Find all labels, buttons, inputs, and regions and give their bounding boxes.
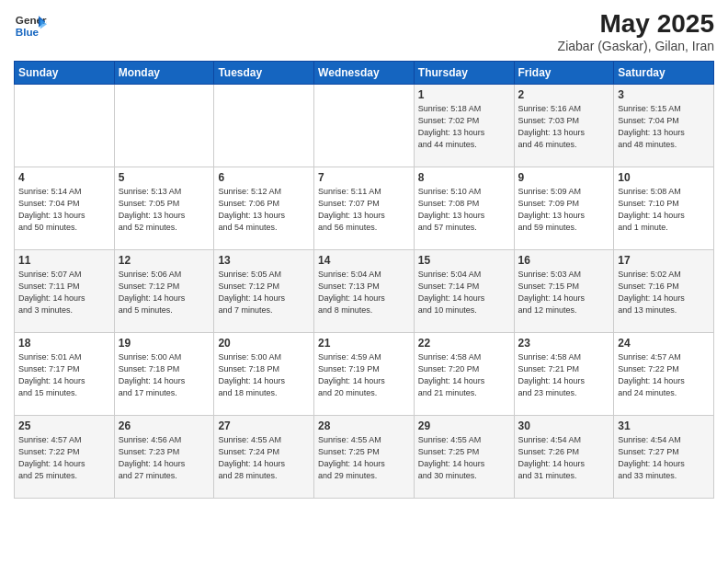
calendar-cell xyxy=(114,85,214,167)
day-info: Sunrise: 4:57 AM Sunset: 7:22 PM Dayligh… xyxy=(18,434,110,482)
month-title: May 2025 xyxy=(558,9,714,39)
day-number: 11 xyxy=(18,254,110,267)
day-info: Sunrise: 5:06 AM Sunset: 7:12 PM Dayligh… xyxy=(119,269,210,316)
day-number: 4 xyxy=(18,171,110,184)
calendar-cell xyxy=(314,85,415,167)
week-row-4: 18Sunrise: 5:01 AM Sunset: 7:17 PM Dayli… xyxy=(15,333,714,416)
day-info: Sunrise: 5:10 AM Sunset: 7:08 PM Dayligh… xyxy=(418,186,510,234)
title-block: May 2025 Ziabar (Gaskar), Gilan, Iran xyxy=(558,9,714,53)
day-number: 21 xyxy=(318,337,410,350)
day-number: 17 xyxy=(618,254,710,267)
day-info: Sunrise: 5:16 AM Sunset: 7:03 PM Dayligh… xyxy=(518,103,610,151)
weekday-header-saturday: Saturday xyxy=(614,62,714,85)
calendar-cell: 6Sunrise: 5:12 AM Sunset: 7:06 PM Daylig… xyxy=(214,167,314,250)
day-number: 5 xyxy=(119,171,210,184)
calendar-cell: 31Sunrise: 4:54 AM Sunset: 7:27 PM Dayli… xyxy=(614,416,714,499)
weekday-header-friday: Friday xyxy=(514,62,614,85)
calendar-cell: 24Sunrise: 4:57 AM Sunset: 7:22 PM Dayli… xyxy=(614,333,714,416)
day-number: 15 xyxy=(418,254,510,267)
day-info: Sunrise: 4:54 AM Sunset: 7:26 PM Dayligh… xyxy=(518,434,610,482)
day-info: Sunrise: 4:58 AM Sunset: 7:21 PM Dayligh… xyxy=(518,351,610,399)
calendar-cell: 2Sunrise: 5:16 AM Sunset: 7:03 PM Daylig… xyxy=(514,85,614,167)
weekday-header-thursday: Thursday xyxy=(414,62,514,85)
calendar-cell: 1Sunrise: 5:18 AM Sunset: 7:02 PM Daylig… xyxy=(414,85,514,167)
day-number: 23 xyxy=(518,337,610,350)
calendar-cell: 14Sunrise: 5:04 AM Sunset: 7:13 PM Dayli… xyxy=(314,250,415,333)
weekday-header-sunday: Sunday xyxy=(15,62,115,85)
day-info: Sunrise: 4:55 AM Sunset: 7:25 PM Dayligh… xyxy=(418,434,510,482)
calendar-cell: 23Sunrise: 4:58 AM Sunset: 7:21 PM Dayli… xyxy=(514,333,614,416)
page-header: General Blue May 2025 Ziabar (Gaskar), G… xyxy=(14,9,714,53)
day-number: 24 xyxy=(618,337,710,350)
calendar-cell: 15Sunrise: 5:04 AM Sunset: 7:14 PM Dayli… xyxy=(414,250,514,333)
day-info: Sunrise: 5:00 AM Sunset: 7:18 PM Dayligh… xyxy=(218,351,310,399)
week-row-1: 1Sunrise: 5:18 AM Sunset: 7:02 PM Daylig… xyxy=(15,85,714,167)
day-number: 8 xyxy=(418,171,510,184)
day-info: Sunrise: 5:04 AM Sunset: 7:14 PM Dayligh… xyxy=(418,269,510,316)
day-info: Sunrise: 4:57 AM Sunset: 7:22 PM Dayligh… xyxy=(618,351,710,399)
day-info: Sunrise: 5:11 AM Sunset: 7:07 PM Dayligh… xyxy=(318,186,410,234)
day-info: Sunrise: 5:01 AM Sunset: 7:17 PM Dayligh… xyxy=(18,351,110,399)
day-info: Sunrise: 5:07 AM Sunset: 7:11 PM Dayligh… xyxy=(18,269,110,316)
day-number: 18 xyxy=(18,337,110,350)
calendar-cell: 20Sunrise: 5:00 AM Sunset: 7:18 PM Dayli… xyxy=(214,333,314,416)
day-info: Sunrise: 5:08 AM Sunset: 7:10 PM Dayligh… xyxy=(618,186,710,234)
calendar-cell: 3Sunrise: 5:15 AM Sunset: 7:04 PM Daylig… xyxy=(614,85,714,167)
day-number: 28 xyxy=(318,419,410,432)
day-info: Sunrise: 5:02 AM Sunset: 7:16 PM Dayligh… xyxy=(618,269,710,316)
calendar-cell: 26Sunrise: 4:56 AM Sunset: 7:23 PM Dayli… xyxy=(114,416,214,499)
calendar-cell xyxy=(15,85,115,167)
day-info: Sunrise: 5:14 AM Sunset: 7:04 PM Dayligh… xyxy=(18,186,110,234)
day-number: 26 xyxy=(119,419,210,432)
day-info: Sunrise: 5:05 AM Sunset: 7:12 PM Dayligh… xyxy=(218,269,310,316)
logo-icon: General Blue xyxy=(14,9,47,42)
weekday-header-tuesday: Tuesday xyxy=(214,62,314,85)
day-number: 7 xyxy=(318,171,410,184)
day-number: 2 xyxy=(518,88,610,101)
svg-text:Blue: Blue xyxy=(16,26,40,38)
day-number: 16 xyxy=(518,254,610,267)
calendar-cell: 25Sunrise: 4:57 AM Sunset: 7:22 PM Dayli… xyxy=(15,416,115,499)
calendar-cell: 8Sunrise: 5:10 AM Sunset: 7:08 PM Daylig… xyxy=(414,167,514,250)
calendar-cell: 9Sunrise: 5:09 AM Sunset: 7:09 PM Daylig… xyxy=(514,167,614,250)
day-info: Sunrise: 4:56 AM Sunset: 7:23 PM Dayligh… xyxy=(119,434,210,482)
calendar-cell: 19Sunrise: 5:00 AM Sunset: 7:18 PM Dayli… xyxy=(114,333,214,416)
calendar-cell xyxy=(214,85,314,167)
weekday-header-row: SundayMondayTuesdayWednesdayThursdayFrid… xyxy=(15,62,714,85)
day-info: Sunrise: 5:09 AM Sunset: 7:09 PM Dayligh… xyxy=(518,186,610,234)
week-row-5: 25Sunrise: 4:57 AM Sunset: 7:22 PM Dayli… xyxy=(15,416,714,499)
day-info: Sunrise: 4:58 AM Sunset: 7:20 PM Dayligh… xyxy=(418,351,510,399)
day-number: 14 xyxy=(318,254,410,267)
day-number: 19 xyxy=(119,337,210,350)
day-info: Sunrise: 4:55 AM Sunset: 7:24 PM Dayligh… xyxy=(218,434,310,482)
day-number: 10 xyxy=(618,171,710,184)
location-subtitle: Ziabar (Gaskar), Gilan, Iran xyxy=(558,39,714,53)
calendar-cell: 22Sunrise: 4:58 AM Sunset: 7:20 PM Dayli… xyxy=(414,333,514,416)
day-info: Sunrise: 4:54 AM Sunset: 7:27 PM Dayligh… xyxy=(618,434,710,482)
calendar-body: 1Sunrise: 5:18 AM Sunset: 7:02 PM Daylig… xyxy=(15,85,714,499)
weekday-header-wednesday: Wednesday xyxy=(314,62,415,85)
calendar-cell: 17Sunrise: 5:02 AM Sunset: 7:16 PM Dayli… xyxy=(614,250,714,333)
day-info: Sunrise: 4:59 AM Sunset: 7:19 PM Dayligh… xyxy=(318,351,410,399)
day-number: 31 xyxy=(618,419,710,432)
calendar-cell: 29Sunrise: 4:55 AM Sunset: 7:25 PM Dayli… xyxy=(414,416,514,499)
calendar-cell: 28Sunrise: 4:55 AM Sunset: 7:25 PM Dayli… xyxy=(314,416,415,499)
calendar-cell: 30Sunrise: 4:54 AM Sunset: 7:26 PM Dayli… xyxy=(514,416,614,499)
day-number: 3 xyxy=(618,88,710,101)
day-info: Sunrise: 5:00 AM Sunset: 7:18 PM Dayligh… xyxy=(119,351,210,399)
day-number: 20 xyxy=(218,337,310,350)
day-number: 9 xyxy=(518,171,610,184)
day-number: 30 xyxy=(518,419,610,432)
day-number: 29 xyxy=(418,419,510,432)
calendar-cell: 7Sunrise: 5:11 AM Sunset: 7:07 PM Daylig… xyxy=(314,167,415,250)
day-number: 13 xyxy=(218,254,310,267)
calendar-cell: 13Sunrise: 5:05 AM Sunset: 7:12 PM Dayli… xyxy=(214,250,314,333)
day-number: 1 xyxy=(418,88,510,101)
day-number: 6 xyxy=(218,171,310,184)
day-info: Sunrise: 5:15 AM Sunset: 7:04 PM Dayligh… xyxy=(618,103,710,151)
day-info: Sunrise: 5:04 AM Sunset: 7:13 PM Dayligh… xyxy=(318,269,410,316)
day-number: 12 xyxy=(119,254,210,267)
calendar-cell: 11Sunrise: 5:07 AM Sunset: 7:11 PM Dayli… xyxy=(15,250,115,333)
week-row-2: 4Sunrise: 5:14 AM Sunset: 7:04 PM Daylig… xyxy=(15,167,714,250)
calendar-cell: 27Sunrise: 4:55 AM Sunset: 7:24 PM Dayli… xyxy=(214,416,314,499)
